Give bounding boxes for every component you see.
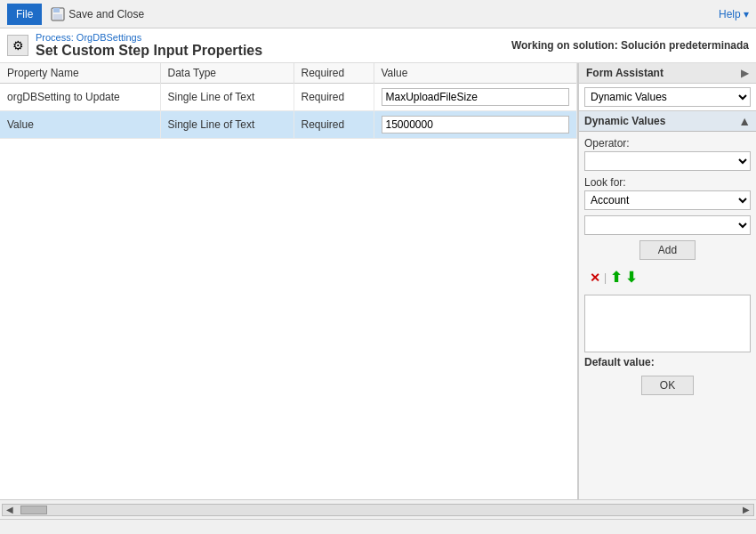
move-down-icon[interactable]: ⬇ — [625, 269, 637, 286]
value-input-1[interactable] — [382, 88, 570, 106]
save-close-label: Save and Close — [68, 8, 144, 20]
secondary-select-field — [584, 215, 751, 235]
form-assistant-title: Form Assistant — [586, 67, 664, 79]
operator-select[interactable] — [584, 151, 751, 171]
delete-icon[interactable]: ✕ — [590, 271, 600, 285]
form-assistant-expand-icon[interactable]: ▶ — [741, 67, 749, 79]
right-panel: Form Assistant ▶ Dynamic Values Dynamic … — [578, 63, 756, 499]
properties-table: Property Name Data Type Required Value o… — [0, 63, 577, 139]
help-link[interactable]: Help ▾ — [719, 8, 749, 20]
process-bar: ⚙ Process: OrgDBSettings Set Custom Step… — [0, 28, 756, 63]
scroll-thumb[interactable] — [20, 506, 47, 514]
col-header-value: Value — [374, 63, 577, 84]
svg-rect-2 — [53, 14, 62, 20]
bottom-scrollbar-bar: ◀ ▶ — [0, 499, 756, 519]
col-header-required: Required — [294, 63, 374, 84]
save-icon — [51, 7, 65, 21]
value-cell-2[interactable] — [374, 111, 577, 139]
required-cell-1: Required — [294, 84, 374, 111]
look-for-field: Look for: Account — [584, 176, 751, 210]
process-name[interactable]: OrgDBSettings — [76, 32, 141, 43]
add-button[interactable]: Add — [639, 240, 696, 260]
table-header-row: Property Name Data Type Required Value — [0, 63, 577, 84]
process-link[interactable]: Process: OrgDBSettings — [36, 32, 262, 43]
form-assistant-header: Form Assistant ▶ — [579, 63, 756, 84]
dynamic-values-section-header: Dynamic Values ▲ — [579, 111, 756, 132]
table-row: orgDBSetting to Update Single Line of Te… — [0, 84, 577, 111]
col-header-property-name: Property Name — [0, 63, 160, 84]
title-bar: File Save and Close Help ▾ — [0, 0, 756, 28]
value-cell-1[interactable] — [374, 84, 577, 111]
action-bar: ✕ | ⬆ ⬇ — [584, 265, 751, 289]
working-on-status: Working on solution: Solución predetermi… — [511, 39, 749, 52]
table-row: Value Single Line of Text Required — [0, 111, 577, 139]
move-up-icon[interactable]: ⬆ — [610, 269, 622, 286]
main-content: Property Name Data Type Required Value o… — [0, 63, 756, 499]
dynamic-values-dropdown-row: Dynamic Values — [579, 84, 756, 111]
default-value-label: Default value: — [579, 352, 756, 372]
property-name-cell-1: orgDBSetting to Update — [0, 84, 160, 111]
dynamic-content: Operator: Look for: Account Add — [579, 132, 756, 295]
operator-label: Operator: — [584, 137, 751, 150]
dynamic-values-label: Dynamic Values — [584, 115, 665, 127]
secondary-select[interactable] — [584, 215, 751, 235]
property-name-cell-2: Value — [0, 111, 160, 139]
file-button[interactable]: File — [7, 4, 42, 25]
look-for-select[interactable]: Account — [584, 190, 751, 210]
horizontal-scrollbar[interactable]: ◀ ▶ — [2, 504, 754, 516]
separator: | — [604, 271, 607, 284]
look-for-label: Look for: — [584, 176, 751, 189]
col-header-data-type: Data Type — [160, 63, 294, 84]
dynamic-values-select[interactable]: Dynamic Values — [584, 87, 751, 107]
scroll-left-button[interactable]: ◀ — [3, 505, 17, 514]
svg-rect-1 — [53, 8, 60, 12]
status-bar — [0, 519, 756, 534]
data-type-cell-2: Single Line of Text — [160, 111, 294, 139]
process-prefix: Process: — [36, 32, 74, 43]
left-panel: Property Name Data Type Required Value o… — [0, 63, 578, 499]
required-cell-2: Required — [294, 111, 374, 139]
data-type-cell-1: Single Line of Text — [160, 84, 294, 111]
values-textarea[interactable] — [584, 295, 751, 352]
value-input-2[interactable] — [382, 116, 570, 134]
ok-button[interactable]: OK — [641, 376, 694, 395]
process-icon: ⚙ — [7, 35, 28, 56]
process-info: Process: OrgDBSettings Set Custom Step I… — [36, 32, 262, 59]
dynamic-values-collapse-icon[interactable]: ▲ — [738, 114, 751, 128]
page-title: Set Custom Step Input Properties — [36, 43, 262, 59]
save-close-button[interactable]: Save and Close — [51, 7, 144, 21]
operator-field: Operator: — [584, 137, 751, 171]
scroll-right-button[interactable]: ▶ — [739, 505, 753, 514]
